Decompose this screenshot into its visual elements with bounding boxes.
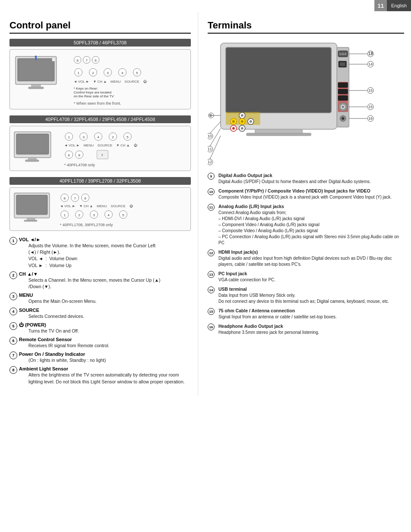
svg-point-76: [342, 54, 343, 55]
svg-text:3: 3: [83, 135, 85, 139]
cp-body-6: Receives IR signal from Remote control.: [28, 342, 109, 349]
svg-rect-44: [16, 195, 47, 215]
term-body-9: Digital Audio Output jack Digital Audio …: [218, 172, 404, 185]
cp-body-7: (On : lights in white, Standby : no ligh…: [28, 357, 106, 364]
terminals-section: Terminals VGA: [198, 12, 411, 395]
cp-body-1: Adjusts the Volume. In the Menu screen, …: [28, 243, 156, 269]
btn-row-group2: 1 3 4 2 5: [64, 131, 159, 142]
cp-title-8: Ambient Light Sensor: [19, 366, 191, 371]
term-item-15: 15 75 ohm Cable / Antenna connection Sig…: [208, 308, 404, 320]
svg-rect-5: [35, 57, 37, 60]
cp-item-8: 8 Ambient Light Sensor Alters the bright…: [9, 366, 191, 385]
svg-point-85: [342, 106, 344, 108]
svg-text:15: 15: [368, 88, 373, 93]
svg-rect-6: [52, 58, 55, 61]
cp-num-4: 4: [9, 308, 17, 315]
terminals-title: Terminals: [208, 20, 404, 34]
svg-text:1: 1: [78, 71, 80, 75]
svg-point-75: [339, 54, 340, 55]
svg-text:2: 2: [78, 213, 81, 217]
cp-title-4: SOURCE: [19, 308, 84, 313]
page-badge: 11 English: [374, 0, 411, 11]
svg-point-72: [339, 53, 340, 53]
front-note-group1: * When seen from the front.: [74, 101, 160, 106]
tv-sketch-group1: [13, 53, 69, 94]
terminal-items: 9 Digital Audio Output jack Digital Audi…: [208, 172, 404, 336]
cp-num-8: 8: [9, 366, 17, 374]
term-item-10: 10 Component (Y/Pb/Pr) / Composite Video…: [208, 188, 404, 200]
svg-text:8: 8: [64, 196, 66, 200]
svg-text:8: 8: [78, 153, 81, 157]
svg-rect-64: [226, 47, 331, 113]
cp-body-5: Turns the TV On and Off.: [28, 328, 79, 334]
cp-num-3: 3: [9, 292, 17, 300]
svg-rect-3: [28, 87, 44, 89]
svg-point-93: [241, 120, 243, 123]
svg-point-99: [241, 127, 243, 130]
svg-text:6: 6: [95, 59, 97, 62]
ctrl-labels-group3-top: ◄ VOL ► ▼ CH ▲ MENU SOURCE ⏻: [60, 204, 133, 208]
ctrl-labels-group2: ◄ VOL ► MENU SOURCE ▼ CH ▲ ⏻: [64, 143, 159, 147]
term-item-9: 9 Digital Audio Output jack Digital Audi…: [208, 172, 404, 185]
control-panel-section: Control panel 50PFL3708 / 46PFL3708: [0, 12, 198, 395]
tv-sketch-group3: [13, 191, 56, 226]
svg-text:9: 9: [210, 113, 212, 118]
term-body-15: 75 ohm Cable / Antenna connection Signal…: [218, 308, 404, 320]
term-num-13: 13: [208, 271, 215, 278]
cp-item-5: 5 ⏻ (POWER) Turns the TV On and Off.: [9, 322, 191, 334]
svg-text:8: 8: [77, 59, 79, 62]
term-num-10: 10: [208, 188, 215, 195]
svg-text:1: 1: [64, 213, 66, 217]
btn-group3-top: 8 7 6: [60, 193, 99, 202]
term-body-13: PC Input jack VGA cable connection for P…: [218, 271, 404, 283]
term-num-9: 9: [208, 173, 215, 180]
terminals-diagram: VGA: [208, 39, 404, 172]
svg-rect-79: [340, 62, 345, 66]
term-item-12: 12 HDMI Input jack(s) Digital audio and …: [208, 249, 404, 268]
term-num-15: 15: [208, 308, 215, 315]
cp-item-3: 3 MENU Opens the Main On-screen Menu.: [9, 292, 191, 305]
cp-title-5: ⏻ (POWER): [19, 322, 79, 327]
term-body-10: Component (Y/Pb/Pr) / Composite Video (V…: [218, 188, 404, 200]
svg-text:2: 2: [92, 71, 94, 75]
term-num-14: 14: [208, 286, 215, 293]
btn-group2-68: 6 8: [64, 150, 94, 159]
cp-title-6: Remote Control Sensor: [19, 337, 109, 342]
cp-title-3: MENU: [19, 292, 97, 298]
svg-text:13: 13: [368, 52, 373, 56]
svg-text:4: 4: [108, 213, 110, 217]
btn-group-876: 8 7 6: [74, 56, 100, 65]
svg-rect-24: [16, 134, 49, 154]
cp-num-2: 2: [9, 271, 17, 279]
btn-row-group1: 1 2 3 4 5: [74, 67, 160, 78]
svg-text:7: 7: [86, 59, 88, 62]
svg-text:3: 3: [107, 71, 109, 75]
svg-rect-26: [25, 160, 39, 162]
cp-title-2: CH ▲/▼: [19, 271, 160, 277]
svg-rect-46: [24, 220, 37, 221]
btn-group2-7: 7: [97, 150, 109, 159]
cp-body-4: Selects Connected devices.: [28, 313, 84, 320]
svg-point-97: [232, 127, 235, 130]
svg-point-95: [249, 120, 252, 123]
svg-text:12: 12: [208, 160, 212, 164]
cp-num-6: 6: [9, 337, 17, 345]
model-bar-group1: 50PFL3708 / 46PFL3708: [9, 39, 191, 47]
svg-rect-81: [338, 89, 348, 94]
cp-title-7: Power On / Standby Indicator: [19, 352, 106, 357]
tv-diagram-group3: 8 7 6 ◄ VOL ► ▼ CH ▲ MENU SOURCE ⏻ 1: [9, 187, 191, 231]
svg-text:3: 3: [93, 213, 95, 217]
svg-point-87: [342, 117, 344, 120]
model-bar-group3: 40PFL1708 / 39PFL2708 / 32PFL3508: [9, 177, 191, 185]
page-language: English: [387, 1, 411, 10]
svg-text:4: 4: [97, 135, 100, 139]
cp-num-1: 1: [9, 237, 17, 245]
svg-text:5: 5: [136, 71, 138, 75]
svg-text:10: 10: [208, 134, 212, 138]
term-body-14: USB terminal Data Input from USB Memory …: [218, 286, 404, 305]
svg-line-120: [210, 121, 221, 134]
cp-item-7: 7 Power On / Standby Indicator (On : lig…: [9, 352, 191, 364]
cp-item-6: 6 Remote Control Sensor Receives IR sign…: [9, 337, 191, 349]
cp-num-5: 5: [9, 322, 17, 330]
svg-text:4: 4: [121, 71, 124, 75]
